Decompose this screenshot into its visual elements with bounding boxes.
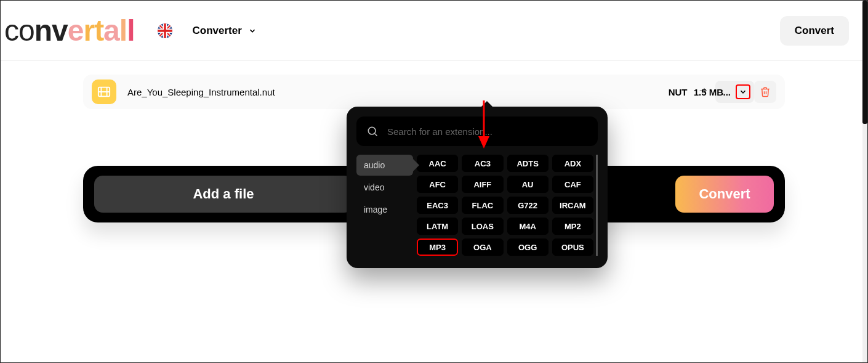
scrollbar-thumb[interactable]	[862, 1, 867, 124]
header-bar: convertall Converter Convert	[1, 1, 867, 61]
chevron-down-icon	[248, 27, 257, 35]
extension-latm[interactable]: LATM	[417, 218, 458, 235]
convert-button-label: Convert	[699, 186, 750, 202]
extension-ircam[interactable]: IRCAM	[552, 197, 593, 214]
extension-mp3[interactable]: MP3	[417, 239, 458, 256]
extension-search-box[interactable]	[356, 116, 598, 146]
extension-grid: AACAC3ADTSADXAFCAIFFAUCAFEAC3FLACG722IRC…	[417, 155, 598, 256]
extension-adx[interactable]: ADX	[552, 155, 593, 172]
file-name: Are_You_Sleeping_Instrumental.nut	[127, 87, 275, 97]
extension-aiff[interactable]: AIFF	[462, 176, 503, 193]
category-video[interactable]: video	[356, 177, 413, 198]
format-dropdown-panel: audiovideoimage AACAC3ADTSADXAFCAIFFAUCA…	[347, 107, 608, 268]
extension-caf[interactable]: CAF	[552, 176, 593, 193]
category-list: audiovideoimage	[356, 155, 413, 256]
extension-search-input[interactable]	[387, 126, 588, 137]
extension-eac3[interactable]: EAC3	[417, 197, 458, 214]
source-format-label: NUT	[669, 87, 688, 97]
target-format-chevron[interactable]	[736, 84, 750, 99]
search-icon	[366, 125, 379, 137]
extension-loas[interactable]: LOAS	[462, 218, 503, 235]
category-image[interactable]: image	[356, 199, 413, 220]
extension-ogg[interactable]: OGG	[507, 239, 549, 256]
language-selector[interactable]	[157, 23, 173, 39]
extension-au[interactable]: AU	[507, 176, 549, 193]
extension-m4a[interactable]: M4A	[507, 218, 549, 235]
svg-line-10	[375, 134, 377, 136]
uk-flag-icon	[158, 23, 172, 38]
nav-converter-label: Converter	[193, 25, 242, 37]
delete-file-button[interactable]	[754, 81, 776, 103]
header-convert-button[interactable]: Convert	[780, 16, 849, 46]
chevron-down-icon	[739, 88, 747, 96]
extension-aac[interactable]: AAC	[417, 155, 458, 172]
header-convert-button-label: Convert	[795, 25, 834, 36]
extension-opus[interactable]: OPUS	[552, 239, 593, 256]
add-file-button[interactable]: Add a file	[94, 176, 353, 213]
file-size: 1.5 MB	[694, 87, 723, 97]
extension-afc[interactable]: AFC	[417, 176, 458, 193]
page-scrollbar[interactable]	[862, 1, 867, 362]
add-file-button-label: Add a file	[193, 186, 254, 202]
nav-converter-dropdown[interactable]: Converter	[193, 25, 257, 37]
extension-adts[interactable]: ADTS	[507, 155, 549, 172]
category-audio[interactable]: audio	[356, 155, 413, 176]
svg-point-9	[368, 127, 376, 134]
trash-icon	[760, 86, 771, 97]
file-type-icon	[92, 80, 116, 104]
target-format-placeholder: ...	[723, 87, 731, 97]
convert-button[interactable]: Convert	[675, 176, 774, 213]
logo[interactable]: convertall	[1, 14, 135, 47]
extension-oga[interactable]: OGA	[462, 239, 503, 256]
extension-flac[interactable]: FLAC	[462, 197, 503, 214]
extension-g722[interactable]: G722	[507, 197, 549, 214]
file-row: Are_You_Sleeping_Instrumental.nut NUT ..…	[83, 75, 785, 109]
extension-mp2[interactable]: MP2	[552, 218, 593, 235]
extension-ac3[interactable]: AC3	[462, 155, 503, 172]
